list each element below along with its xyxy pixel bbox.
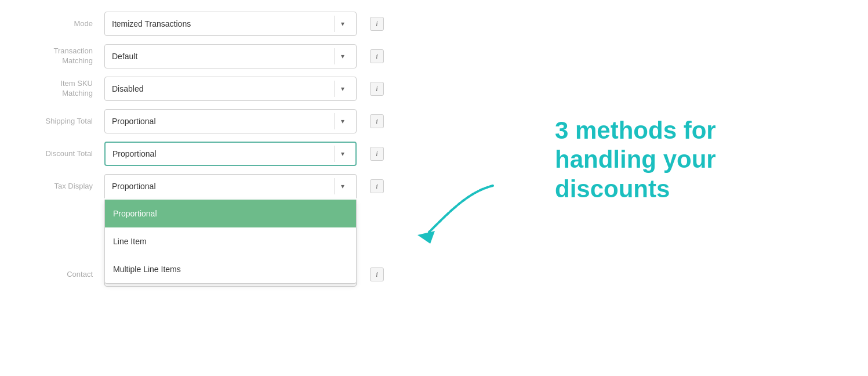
contact-info-button[interactable]: i bbox=[370, 267, 384, 281]
discount-total-select[interactable]: Proportional bbox=[104, 142, 357, 166]
tax-display-select-wrapper: Proportional ▾ Proportional Line Item Mu… bbox=[104, 174, 365, 198]
contact-label: Contact bbox=[0, 270, 104, 280]
annotation-area: 3 methods for handling your discounts bbox=[555, 116, 833, 204]
item-sku-matching-label: Item SKUMatching bbox=[0, 79, 104, 99]
mode-label: Mode bbox=[0, 19, 104, 29]
mode-select[interactable]: Itemized Transactions bbox=[104, 12, 357, 36]
tax-display-select[interactable]: Proportional bbox=[104, 174, 357, 198]
mode-info-button[interactable]: i bbox=[370, 17, 384, 31]
annotation-line1: 3 methods for bbox=[555, 117, 716, 144]
shipping-total-select[interactable]: Proportional bbox=[104, 109, 357, 133]
annotation-text: 3 methods for handling your discounts bbox=[555, 116, 833, 204]
transaction-matching-row: TransactionMatching Default ▾ i bbox=[0, 44, 406, 68]
tax-display-label: Tax Display bbox=[0, 182, 104, 191]
shipping-total-select-wrapper: Proportional ▾ bbox=[104, 109, 365, 133]
dropdown-option-proportional[interactable]: Proportional bbox=[105, 200, 356, 227]
transaction-matching-select[interactable]: Default bbox=[104, 44, 357, 68]
dropdown-option-line-item[interactable]: Line Item bbox=[105, 227, 356, 255]
arrow-annotation bbox=[394, 180, 510, 250]
annotation-line2: handling your bbox=[555, 146, 716, 173]
shipping-total-label: Shipping Total bbox=[0, 117, 104, 126]
item-sku-matching-select-wrapper: Disabled ▾ bbox=[104, 77, 365, 101]
item-sku-matching-select[interactable]: Disabled bbox=[104, 77, 357, 101]
discount-total-select-wrapper: Proportional ▾ bbox=[104, 142, 365, 166]
tax-display-info-button[interactable]: i bbox=[370, 179, 384, 193]
transaction-matching-label: TransactionMatching bbox=[0, 46, 104, 66]
mode-select-wrapper: Itemized Transactions ▾ bbox=[104, 12, 365, 36]
tax-display-row: Tax Display Proportional ▾ Proportional … bbox=[0, 174, 406, 198]
item-sku-matching-info-button[interactable]: i bbox=[370, 82, 384, 96]
transaction-matching-select-wrapper: Default ▾ bbox=[104, 44, 365, 68]
svg-marker-0 bbox=[417, 231, 435, 244]
transaction-matching-info-button[interactable]: i bbox=[370, 49, 384, 63]
discount-total-info-button[interactable]: i bbox=[370, 147, 384, 161]
discount-total-label: Discount Total bbox=[0, 149, 104, 159]
mode-row: Mode Itemized Transactions ▾ i bbox=[0, 12, 406, 36]
discount-total-row: Discount Total Proportional ▾ i bbox=[0, 142, 406, 166]
dropdown-option-multiple-line-items[interactable]: Multiple Line Items bbox=[105, 255, 356, 283]
form-area: Mode Itemized Transactions ▾ i Transacti… bbox=[0, 0, 406, 376]
tax-display-dropdown: Proportional Line Item Multiple Line Ite… bbox=[104, 200, 357, 284]
annotation-line3: discounts bbox=[555, 175, 670, 203]
shipping-total-row: Shipping Total Proportional ▾ i bbox=[0, 109, 406, 133]
item-sku-matching-row: Item SKUMatching Disabled ▾ i bbox=[0, 77, 406, 101]
shipping-total-info-button[interactable]: i bbox=[370, 114, 384, 128]
